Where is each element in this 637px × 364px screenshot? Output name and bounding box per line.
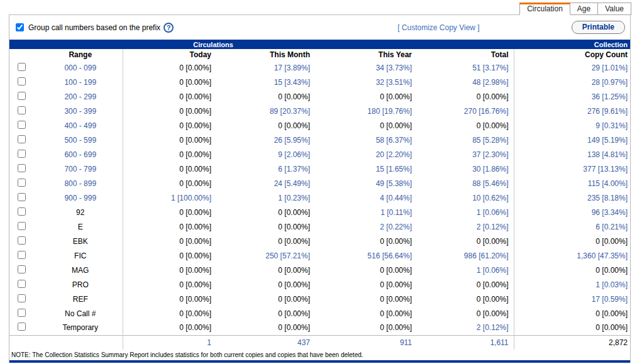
stat-value-link[interactable]: 32 [3.51%]	[376, 78, 412, 87]
printable-button[interactable]: Printable	[572, 21, 625, 34]
stat-value-link[interactable]: 28 [0.97%]	[592, 78, 628, 87]
row-checkbox[interactable]	[18, 135, 26, 143]
stat-value-link[interactable]: 48 [2.98%]	[472, 78, 508, 87]
row-checkbox[interactable]	[18, 280, 26, 288]
stat-value-link[interactable]: 20 [2.20%]	[376, 150, 412, 159]
stat-value-link[interactable]: 1 [0.03%]	[595, 280, 628, 289]
column-header-copy-count: Copy Count	[514, 49, 630, 60]
stat-value-link[interactable]: 377 [13.13%]	[583, 165, 628, 174]
range-link[interactable]: 500 - 599	[64, 136, 96, 145]
stat-value-link[interactable]: 85 [5.28%]	[472, 136, 508, 145]
range-link[interactable]: 300 - 399	[64, 107, 96, 116]
total-today[interactable]: 1	[207, 338, 211, 347]
row-checkbox[interactable]	[18, 323, 26, 331]
stat-value-link[interactable]: 10 [0.62%]	[472, 194, 508, 202]
footer-note: NOTE: The Collection Statistics Summary …	[9, 350, 630, 359]
stat-value-link[interactable]: 1 [0.06%]	[477, 266, 509, 275]
stat-value-link[interactable]: 4 [0.44%]	[380, 194, 412, 202]
stat-value-link[interactable]: 89 [20.37%]	[270, 107, 310, 116]
stat-value-link[interactable]: 516 [56.64%]	[367, 251, 412, 260]
stat-value-link[interactable]: 115 [4.00%]	[588, 179, 628, 188]
group-prefix-label: Group call numbers based on the prefix	[16, 23, 160, 32]
total-this-year[interactable]: 911	[400, 338, 412, 347]
range-link[interactable]: 000 - 099	[64, 63, 96, 72]
total-this-month[interactable]: 437	[297, 338, 310, 347]
tab-circulation[interactable]: Circulation	[519, 3, 570, 15]
stat-value-link[interactable]: 29 [1.01%]	[592, 63, 628, 72]
stat-value-link[interactable]: 180 [19.76%]	[367, 107, 412, 116]
group-prefix-checkbox[interactable]	[16, 23, 24, 31]
row-checkbox[interactable]	[18, 207, 26, 216]
stat-value-link[interactable]: 96 [3.34%]	[592, 208, 628, 217]
stat-value-link[interactable]: 276 [9.61%]	[587, 107, 628, 116]
stat-value: 0 [0.00%]	[179, 136, 211, 145]
row-checkbox[interactable]	[18, 179, 26, 187]
stat-value-link[interactable]: 6 [1.37%]	[278, 165, 310, 174]
row-checkbox[interactable]	[18, 309, 26, 317]
stat-value-link[interactable]: 2 [0.12%]	[477, 223, 509, 231]
help-icon[interactable]: ?	[163, 23, 174, 33]
stat-value-link[interactable]: 1 [0.11%]	[380, 208, 412, 217]
row-checkbox[interactable]	[18, 150, 26, 158]
row-checkbox[interactable]	[18, 193, 26, 201]
stat-value-link[interactable]: 2 [0.22%]	[380, 223, 412, 231]
stat-value-link[interactable]: 1,360 [47.35%]	[577, 251, 628, 260]
stat-value-link[interactable]: 1 [0.06%]	[477, 208, 509, 217]
stat-value-link[interactable]: 24 [5.49%]	[274, 179, 310, 188]
table-row: 200 - 2990 [0.00%]0 [0.00%]0 [0.00%]0 [0…	[9, 89, 630, 104]
table-row: 400 - 4990 [0.00%]0 [0.00%]0 [0.00%]0 [0…	[9, 118, 630, 133]
stat-value-link[interactable]: 270 [16.76%]	[464, 107, 509, 116]
stat-value-link[interactable]: 15 [1.65%]	[376, 165, 412, 174]
tab-age[interactable]: Age	[570, 3, 598, 15]
stat-value-link[interactable]: 26 [5.95%]	[274, 136, 310, 145]
stat-value-link[interactable]: 17 [3.89%]	[274, 63, 310, 72]
stat-value-link[interactable]: 1 [100.00%]	[171, 194, 211, 202]
stat-value: 0 [0.00%]	[179, 309, 211, 318]
stat-value-link[interactable]: 149 [5.19%]	[587, 136, 628, 145]
row-checkbox[interactable]	[18, 63, 26, 71]
row-checkbox[interactable]	[18, 236, 26, 245]
stat-value-link[interactable]: 88 [5.46%]	[472, 179, 508, 188]
stat-value-link[interactable]: 36 [1.25%]	[592, 92, 628, 101]
stat-value-link[interactable]: 58 [6.37%]	[376, 136, 412, 145]
row-checkbox[interactable]	[18, 92, 26, 100]
stat-value-link[interactable]: 235 [8.18%]	[587, 194, 628, 202]
range-link[interactable]: 700 - 799	[64, 165, 96, 174]
stat-value-link[interactable]: 51 [3.17%]	[472, 63, 508, 72]
range-link[interactable]: 600 - 699	[64, 150, 96, 159]
range-link[interactable]: 200 - 299	[64, 92, 96, 101]
stat-value-link[interactable]: 138 [4.81%]	[587, 150, 628, 159]
row-checkbox[interactable]	[18, 106, 26, 114]
total-total[interactable]: 1,611	[490, 338, 508, 347]
stat-value-link[interactable]: 1 [0.23%]	[278, 194, 310, 202]
stat-value-link[interactable]: 17 [0.59%]	[592, 295, 628, 304]
row-checkbox[interactable]	[18, 164, 26, 172]
stat-value: 0 [0.00%]	[477, 237, 509, 246]
stat-value-link[interactable]: 986 [61.20%]	[464, 251, 509, 260]
row-checkbox[interactable]	[18, 121, 26, 129]
stat-value: 0 [0.00%]	[179, 107, 211, 116]
row-checkbox[interactable]	[18, 251, 26, 259]
row-checkbox[interactable]	[18, 294, 26, 302]
row-checkbox[interactable]	[18, 77, 26, 85]
range-link[interactable]: 400 - 499	[64, 121, 96, 130]
range-link[interactable]: 100 - 199	[64, 78, 96, 87]
stat-value-link[interactable]: 2 [0.12%]	[477, 323, 509, 332]
range-link[interactable]: 900 - 999	[64, 194, 96, 202]
stat-value: 0 [0.00%]	[179, 323, 211, 332]
stat-value-link[interactable]: 37 [2.30%]	[472, 150, 508, 159]
stat-value-link[interactable]: 34 [3.73%]	[376, 63, 412, 72]
tab-value[interactable]: Value	[598, 3, 631, 15]
row-checkbox[interactable]	[18, 265, 26, 273]
stats-table: Circulations Collection Range Today This…	[9, 40, 630, 350]
stat-value-link[interactable]: 250 [57.21%]	[265, 251, 310, 260]
stat-value-link[interactable]: 30 [1.86%]	[472, 165, 508, 174]
range-link[interactable]: 800 - 899	[64, 179, 96, 188]
stat-value-link[interactable]: 15 [3.43%]	[274, 78, 310, 87]
stat-value-link[interactable]: 9 [0.31%]	[595, 121, 628, 130]
customize-copy-view-link[interactable]: [ Customize Copy View ]	[397, 23, 480, 32]
stat-value-link[interactable]: 49 [5.38%]	[376, 179, 412, 188]
stat-value-link[interactable]: 6 [0.21%]	[595, 223, 628, 231]
stat-value-link[interactable]: 9 [2.06%]	[278, 150, 310, 159]
row-checkbox[interactable]	[18, 222, 26, 230]
